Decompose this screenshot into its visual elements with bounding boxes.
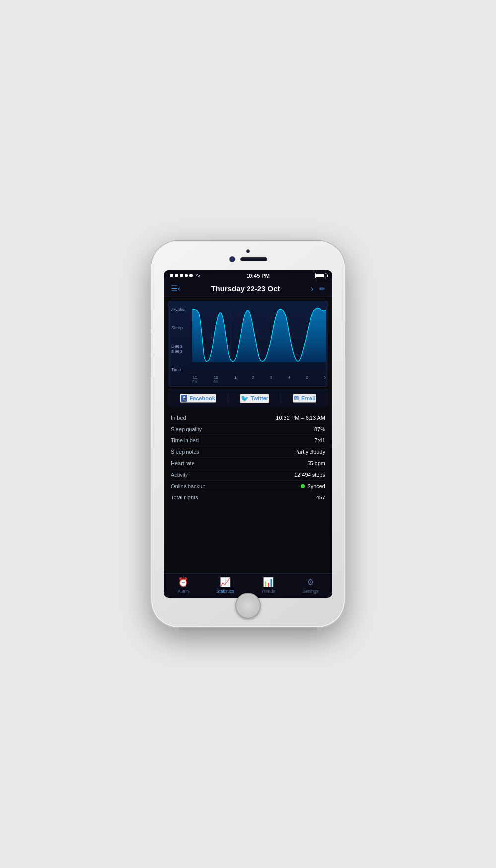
menu-icon[interactable]: ☰: [171, 284, 178, 293]
tab-alarm[interactable]: ⏰ Alarm: [178, 577, 189, 594]
tab-trends[interactable]: 📊 Trends: [261, 577, 275, 594]
stat-row: Activity12 494 steps: [171, 469, 325, 481]
stat-label: Heart rate: [171, 460, 195, 466]
statistics-tab-label: Statistics: [216, 589, 234, 594]
stat-value: 87%: [314, 426, 325, 432]
stat-value: 10:32 PM – 6:13 AM: [276, 415, 325, 421]
edit-button[interactable]: ✏: [319, 285, 325, 293]
date-title: Thursday 22-23 Oct: [180, 284, 310, 293]
speaker-grille: [240, 257, 267, 261]
divider: [228, 393, 228, 403]
stat-row: In bed10:32 PM – 6:13 AM: [171, 412, 325, 424]
stat-label: Activity: [171, 472, 188, 478]
stats-list: In bed10:32 PM – 6:13 AMSleep quality87%…: [164, 407, 332, 573]
twitter-label: Twitter: [251, 395, 268, 401]
stat-label: In bed: [171, 415, 186, 421]
time-6am: 6: [324, 375, 326, 383]
nav-header: ☰ ‹ Thursday 22-23 Oct › ✏: [164, 281, 332, 297]
status-time: 10:45 PM: [246, 273, 270, 279]
stat-value: Synced: [301, 483, 325, 489]
trends-icon: 📊: [263, 577, 274, 588]
stat-label: Online backup: [171, 483, 205, 489]
time-2am: 2: [252, 375, 254, 383]
alarm-icon: ⏰: [178, 577, 188, 588]
time-3am: 3: [270, 375, 272, 383]
sleep-wave-chart: [192, 305, 326, 374]
twitter-icon: 🐦: [241, 395, 248, 402]
email-icon: ✉: [294, 395, 299, 402]
facebook-share-button[interactable]: f Facebook: [180, 394, 216, 403]
sleep-chart: Awake Sleep Deepsleep Time: [168, 301, 328, 387]
stat-value: 55 bpm: [307, 460, 325, 466]
facebook-icon: f: [181, 395, 187, 402]
phone-frame: ∿ 10:45 PM ☰ ‹ Thursday 22-23 Oct › ✏ Aw…: [151, 241, 345, 627]
stat-label: Sleep quality: [171, 426, 202, 432]
email-label: Email: [301, 395, 315, 401]
deep-sleep-label: Deepsleep: [171, 344, 189, 355]
chart-svg-area: 11PM 12AM 1 2 3 4 5 6: [192, 305, 326, 384]
time-1am: 1: [234, 375, 236, 383]
phone-screen: ∿ 10:45 PM ☰ ‹ Thursday 22-23 Oct › ✏ Aw…: [164, 270, 332, 598]
time-12am: 12AM: [213, 375, 219, 383]
synced-indicator: [301, 484, 305, 488]
stat-row: Time in bed7:41: [171, 435, 325, 446]
time-11pm: 11PM: [192, 375, 198, 383]
stat-row: Sleep quality87%: [171, 424, 325, 435]
sleep-label: Sleep: [171, 325, 189, 331]
divider-2: [281, 393, 281, 403]
settings-icon: ⚙: [307, 577, 314, 588]
tab-settings[interactable]: ⚙ Settings: [303, 577, 319, 594]
chart-y-labels: Awake Sleep Deepsleep Time: [170, 305, 192, 384]
stat-value: 457: [316, 495, 325, 500]
trends-tab-label: Trends: [261, 589, 275, 594]
stat-label: Total nights: [171, 495, 198, 500]
tab-statistics[interactable]: 📈 Statistics: [216, 577, 234, 594]
alarm-tab-label: Alarm: [178, 589, 189, 594]
time-4am: 4: [288, 375, 290, 383]
twitter-share-button[interactable]: 🐦 Twitter: [240, 394, 269, 403]
stat-value: Partly cloudy: [294, 449, 325, 455]
camera-dot: [246, 249, 250, 253]
stat-label: Time in bed: [171, 437, 199, 443]
share-row: f Facebook 🐦 Twitter ✉ Email: [168, 389, 328, 407]
statistics-icon: 📈: [220, 577, 231, 588]
time-label: Time: [171, 367, 189, 372]
email-share-button[interactable]: ✉ Email: [293, 394, 316, 403]
wifi-icon: ∿: [196, 272, 200, 279]
front-camera: [229, 256, 235, 262]
home-button[interactable]: [235, 593, 261, 619]
stat-label: Sleep notes: [171, 449, 199, 455]
settings-tab-label: Settings: [303, 589, 319, 594]
stat-row: Heart rate55 bpm: [171, 458, 325, 469]
status-bar: ∿ 10:45 PM: [164, 270, 332, 281]
stat-value: 12 494 steps: [294, 472, 325, 478]
stat-row: Sleep notesPartly cloudy: [171, 446, 325, 458]
stat-row: Online backupSynced: [171, 481, 325, 492]
facebook-label: Facebook: [190, 395, 215, 401]
battery-indicator: [315, 273, 326, 278]
stat-row: Total nights457: [171, 492, 325, 503]
time-5am: 5: [306, 375, 308, 383]
stat-value: 7:41: [315, 437, 325, 443]
awake-label: Awake: [171, 307, 189, 312]
next-day-button[interactable]: ›: [311, 284, 313, 293]
